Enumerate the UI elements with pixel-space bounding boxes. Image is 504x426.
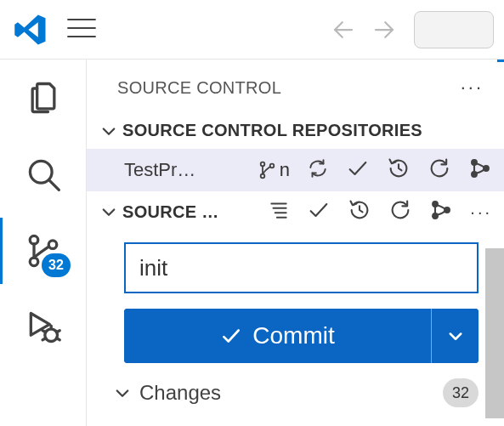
refresh-icon — [388, 198, 412, 222]
graph-button[interactable] — [429, 198, 453, 225]
refresh-button[interactable] — [428, 156, 451, 184]
activitybar-search[interactable] — [0, 151, 86, 197]
repository-name: TestPr… — [124, 159, 201, 181]
panel-more-button[interactable]: ··· — [461, 77, 484, 99]
repository-actions: n — [258, 156, 492, 184]
check-icon — [346, 156, 370, 180]
svg-line-15 — [42, 338, 46, 340]
chevron-down-icon — [114, 384, 131, 401]
panel-header: SOURCE CONTROL ··· — [87, 60, 504, 116]
history-icon — [348, 198, 371, 222]
source-control-panel: SOURCE CONTROL ··· SOURCE CONTROL REPOSI… — [87, 60, 504, 426]
activity-bar: 32 — [0, 60, 87, 426]
view-as-tree-button[interactable] — [268, 199, 290, 224]
refresh-button[interactable] — [388, 198, 412, 225]
nav-forward-button[interactable] — [371, 17, 397, 43]
svg-point-11 — [44, 329, 57, 342]
repositories-section-header[interactable]: SOURCE CONTROL REPOSITORIES — [87, 116, 504, 145]
chevron-down-icon — [447, 327, 464, 344]
graph-button[interactable] — [468, 156, 492, 184]
hamburger-menu-icon[interactable] — [66, 16, 97, 43]
check-icon — [307, 198, 331, 222]
commit-button-dropdown[interactable] — [431, 309, 479, 363]
commit-message-input[interactable] — [124, 242, 479, 293]
history-button[interactable] — [387, 156, 411, 184]
scrollbar-thumb[interactable] — [485, 248, 504, 418]
activitybar-explorer[interactable] — [0, 75, 86, 121]
branch-indicator[interactable]: n — [258, 159, 290, 181]
repositories-section-title: SOURCE CONTROL REPOSITORIES — [122, 121, 422, 140]
list-tree-icon — [268, 199, 290, 221]
source-section-title: SOURCE … — [122, 202, 250, 222]
source-section-actions: ··· — [268, 198, 492, 225]
nav-back-button[interactable] — [331, 17, 356, 43]
panel-title: SOURCE CONTROL — [117, 78, 281, 98]
command-center[interactable] — [414, 11, 494, 48]
vscode-logo — [10, 13, 51, 47]
changes-label: Changes — [139, 381, 434, 405]
svg-line-16 — [56, 338, 59, 340]
changes-section-header[interactable]: Changes 32 — [87, 363, 504, 407]
source-section-header[interactable]: SOURCE … — [87, 191, 504, 232]
files-icon — [25, 79, 62, 116]
chevron-down-icon — [100, 203, 117, 220]
commit-checkmark-button[interactable] — [346, 156, 370, 184]
commit-button[interactable]: Commit — [124, 309, 431, 363]
commit-button-label: Commit — [252, 322, 334, 349]
check-icon — [220, 325, 242, 347]
activitybar-run-debug[interactable] — [0, 304, 86, 350]
scm-badge: 32 — [42, 253, 71, 277]
changes-count-badge: 32 — [443, 378, 479, 407]
svg-line-14 — [56, 331, 59, 332]
chevron-down-icon — [100, 122, 117, 139]
git-branch-icon — [258, 160, 278, 180]
app-root: 32 SOURCE CONTROL ··· SOURCE CONTROL REP… — [0, 0, 504, 426]
commit-checkmark-button[interactable] — [307, 198, 331, 225]
source-more-button[interactable]: ··· — [470, 202, 492, 222]
sync-button[interactable] — [307, 157, 329, 183]
git-graph-icon — [429, 198, 453, 222]
vscode-logo-icon — [14, 13, 48, 47]
svg-line-6 — [49, 180, 59, 190]
svg-line-13 — [42, 331, 46, 332]
run-debug-icon — [25, 309, 62, 346]
sync-icon — [307, 157, 329, 179]
refresh-icon — [428, 156, 451, 180]
search-icon — [25, 156, 62, 193]
history-icon — [387, 156, 411, 180]
git-graph-icon — [468, 156, 492, 180]
repository-row[interactable]: TestPr… n — [87, 149, 504, 191]
history-button[interactable] — [348, 198, 371, 225]
activitybar-source-control[interactable]: 32 — [0, 228, 86, 274]
title-bar — [0, 0, 504, 60]
